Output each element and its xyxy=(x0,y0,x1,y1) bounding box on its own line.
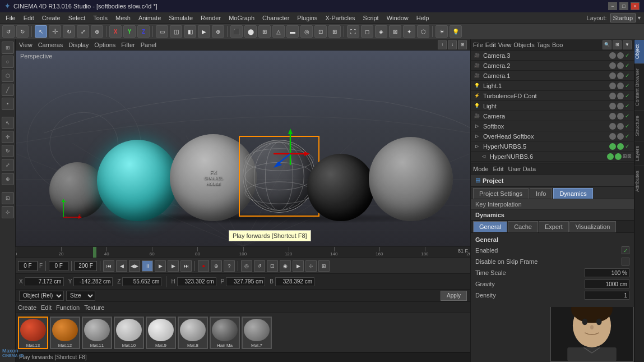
vtab-layers[interactable]: Layers xyxy=(634,141,644,166)
mat-menu-function[interactable]: Function xyxy=(56,304,80,311)
menu-character[interactable]: Character xyxy=(259,13,293,22)
camera2-check[interactable]: ✓ xyxy=(625,62,632,69)
gravity-value[interactable]: 1000 cm xyxy=(585,279,629,288)
timeline-frame-bar[interactable]: 0 20 40 60 80 100 120 140 160 180 200 81… xyxy=(16,246,470,258)
light1-vis1[interactable] xyxy=(609,83,616,89)
ls-axis-btn[interactable]: ⊹ xyxy=(2,206,14,218)
dyn-tab-cache[interactable]: Cache xyxy=(508,221,538,232)
dyn-tab-expert[interactable]: Expert xyxy=(539,221,569,232)
obj-row-camera2[interactable]: 🎥 Camera.2 ✓ xyxy=(471,61,634,71)
vp-menu-view[interactable]: View xyxy=(19,42,33,48)
turbfd-check[interactable]: ✓ xyxy=(625,93,632,99)
obj-row-light[interactable]: 💡 Light ✓ xyxy=(471,101,634,111)
size-y-value[interactable]: 327.795 cm xyxy=(226,277,265,286)
turbfd-vis2[interactable] xyxy=(617,93,624,99)
auto-record-button[interactable]: ⊕ xyxy=(211,260,222,272)
obj-row-hyper5[interactable]: ▷ HyperNURBS.5 ✓ xyxy=(471,141,634,152)
enabled-checkbox[interactable]: ✓ xyxy=(622,246,629,254)
softbox-check[interactable]: ✓ xyxy=(625,123,632,130)
menu-mograph[interactable]: MoGraph xyxy=(225,13,258,22)
softbox-vis2[interactable] xyxy=(617,123,624,130)
toolbar-btn6[interactable]: ◧ xyxy=(184,25,196,38)
mat-menu-create[interactable]: Create xyxy=(18,304,36,311)
obj-row-overhead-softbox[interactable]: ▷ OverHead Softbox ✓ xyxy=(471,131,634,141)
obj-row-light1[interactable]: 💡 Light.1 ✓ xyxy=(471,81,634,91)
disable-skip-checkbox[interactable] xyxy=(622,258,629,265)
attr-tab-info[interactable]: Info xyxy=(530,188,552,199)
key-interp-label[interactable]: Key Interpolation xyxy=(471,199,634,209)
obj-row-hyper6[interactable]: ◁ HyperNURBS.6 ⊞⊠ xyxy=(471,152,634,162)
playback-btn4[interactable]: ▶ xyxy=(293,260,304,272)
frame-end-input[interactable] xyxy=(75,261,97,271)
hyper5-check[interactable]: ✓ xyxy=(625,143,632,150)
fps-btn[interactable]: ◎ xyxy=(241,260,252,272)
toolbar-btn20[interactable]: ⊠ xyxy=(389,25,401,38)
timeline-playhead[interactable] xyxy=(93,247,96,258)
overhead-vis2[interactable] xyxy=(617,133,624,140)
filter-button[interactable]: ▼ xyxy=(623,40,632,49)
material-item-mat10[interactable]: Mat.10 xyxy=(114,317,144,349)
vp-menu-display[interactable]: Display xyxy=(68,42,89,48)
vp-menu-options[interactable]: Options xyxy=(94,42,115,48)
minimize-button[interactable]: − xyxy=(608,2,617,10)
prev-frame-button[interactable]: ◀ xyxy=(116,260,127,272)
mat-menu-edit[interactable]: Edit xyxy=(41,304,52,311)
universal-button[interactable]: ⊕ xyxy=(91,25,103,38)
menu-select[interactable]: Select xyxy=(65,13,89,22)
ls-tool3-btn[interactable]: ↻ xyxy=(2,145,14,157)
ls-tool1-btn[interactable]: ↖ xyxy=(2,117,14,129)
sphere-6[interactable] xyxy=(369,137,453,221)
camera-check[interactable]: ✓ xyxy=(625,113,632,120)
camera3-vis1[interactable] xyxy=(609,52,616,59)
y-axis-button[interactable]: Y xyxy=(123,25,136,38)
light-vis1[interactable] xyxy=(609,103,616,109)
apply-button[interactable]: Apply xyxy=(441,291,467,301)
toolbar-btn8[interactable]: ⊕ xyxy=(212,25,224,38)
playback-btn6[interactable]: ⊞ xyxy=(318,260,330,272)
x-axis-button[interactable]: X xyxy=(109,25,122,38)
viewport-canvas[interactable]: Perspective xyxy=(16,51,470,246)
camera1-vis1[interactable] xyxy=(609,72,616,79)
dyn-tab-general[interactable]: General xyxy=(473,221,507,232)
sphere-5[interactable] xyxy=(307,154,374,221)
light-check[interactable]: ✓ xyxy=(625,103,632,109)
attr-tab-settings[interactable]: Project Settings xyxy=(473,188,529,199)
menu-create[interactable]: Create xyxy=(39,13,64,22)
softbox-vis1[interactable] xyxy=(609,123,616,130)
obj-menu-tags[interactable]: Tags xyxy=(537,42,550,48)
goto-end-button[interactable]: ⏭ xyxy=(180,260,192,272)
overhead-vis1[interactable] xyxy=(609,133,616,140)
vp-icon2[interactable]: ↓ xyxy=(448,40,457,49)
hyper6-vis1[interactable] xyxy=(607,153,614,160)
toolbar-btn15[interactable]: ⊡ xyxy=(314,25,327,38)
vtab-attributes[interactable]: Attributes xyxy=(634,166,644,196)
camera1-check[interactable]: ✓ xyxy=(625,72,632,79)
ls-snap-btn[interactable]: ⊡ xyxy=(2,192,14,204)
vp-icon1[interactable]: ↑ xyxy=(438,40,447,49)
obj-menu-boo[interactable]: Boo xyxy=(552,42,563,48)
cylinder-button[interactable]: ⊞ xyxy=(258,25,271,38)
camera-vis2[interactable] xyxy=(617,113,624,120)
ls-tool4-btn[interactable]: ⤢ xyxy=(2,159,14,171)
record-button[interactable]: ● xyxy=(198,260,209,272)
attr-menu-userdata[interactable]: User Data xyxy=(508,166,536,172)
overhead-check[interactable]: ✓ xyxy=(625,133,632,140)
frame-start-input[interactable] xyxy=(49,261,68,271)
density-value[interactable]: 1 xyxy=(585,291,629,300)
size-z-value[interactable]: 328.392 cm xyxy=(275,277,314,286)
cube-button[interactable]: ⬛ xyxy=(230,25,243,38)
menu-script[interactable]: Script xyxy=(360,13,382,22)
close-button[interactable]: × xyxy=(631,2,640,10)
sort-button[interactable]: ⊞ xyxy=(613,40,622,49)
material-item-mat9[interactable]: Mat.9 xyxy=(146,317,176,349)
play-reverse-button[interactable]: ◀▶ xyxy=(129,260,140,272)
toolbar-btn19[interactable]: ◈ xyxy=(375,25,387,38)
toolbar-btn22[interactable]: ⬡ xyxy=(417,25,429,38)
playback-btn2[interactable]: ⊡ xyxy=(267,260,278,272)
ls-edge-btn[interactable]: ╱ xyxy=(2,84,14,96)
playback-btn5[interactable]: ⊹ xyxy=(305,260,317,272)
scale-tool-button[interactable]: ⤢ xyxy=(77,25,89,38)
sphere-2[interactable] xyxy=(97,140,178,221)
camera2-vis1[interactable] xyxy=(609,62,616,69)
vtab-object[interactable]: Object xyxy=(634,39,644,63)
